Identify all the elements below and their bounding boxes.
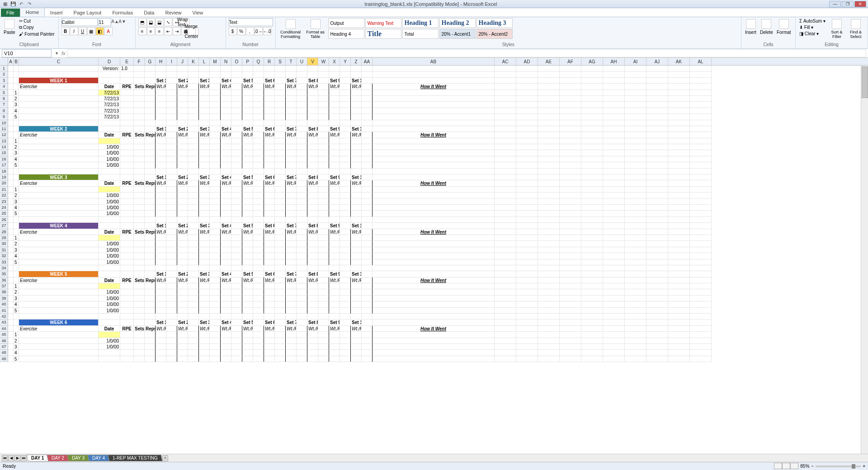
cell-H15[interactable] [156,150,166,156]
cell-AA5[interactable] [362,90,373,96]
cell-Y7[interactable] [340,102,351,108]
cell-J4[interactable]: Wt./Reps [177,84,188,89]
cell-H26[interactable] [156,217,166,223]
cell-K40[interactable] [188,301,199,307]
cell-H28[interactable]: Wt./Reps [156,229,166,235]
cell-T33[interactable] [286,259,297,265]
cell-AH47[interactable] [603,344,625,350]
cell-F10[interactable] [134,120,145,126]
cell-Y8[interactable] [340,108,351,114]
cell-G13[interactable] [145,138,156,144]
cell-W13[interactable] [318,138,329,144]
cell-L19[interactable]: Set 3 [199,174,210,180]
cell-AA2[interactable] [362,71,373,77]
cell-AH18[interactable] [603,169,625,174]
cell-U18[interactable] [297,169,307,174]
cell-R34[interactable] [264,265,275,271]
cell-AA8[interactable] [362,108,373,114]
cell-AJ32[interactable] [646,253,668,259]
cell-K1[interactable] [188,66,199,71]
cell-AD21[interactable] [516,187,538,193]
cell-AB38[interactable] [373,289,495,295]
cell-O22[interactable] [231,193,242,198]
cell-M34[interactable] [210,265,221,271]
cell-AK46[interactable] [668,338,690,344]
cell-U31[interactable] [297,247,307,253]
cell-AH38[interactable] [603,289,625,295]
cell-G30[interactable] [145,241,156,247]
cell-N20[interactable]: Wt./Reps [221,180,231,186]
cell-P36[interactable]: Wt./Reps [242,277,253,283]
formula-bar[interactable] [67,49,866,57]
cell-B27[interactable] [14,223,19,229]
row-header-17[interactable]: 17 [0,162,8,168]
cell-R5[interactable] [264,90,275,96]
cell-J26[interactable] [177,217,188,223]
cell-J24[interactable] [177,205,188,211]
cell-AA22[interactable] [362,193,373,198]
cell-O26[interactable] [231,217,242,223]
cell-R31[interactable] [264,247,275,253]
font-color-button[interactable]: A [104,27,113,35]
cell-N2[interactable] [221,71,231,77]
cell-AA17[interactable] [362,162,373,168]
column-header-X[interactable]: X [329,58,340,65]
cell-A1[interactable] [8,66,14,71]
cell-H1[interactable] [156,66,166,71]
cell-AJ36[interactable] [646,277,668,283]
cell-AL14[interactable] [690,144,712,150]
cell-I3[interactable] [166,78,177,84]
cell-AI31[interactable] [625,247,646,253]
cell-F11[interactable] [134,126,145,132]
cell-N23[interactable] [221,199,231,205]
column-header-AC[interactable]: AC [495,58,516,65]
cell-A32[interactable] [8,253,14,259]
cell-R13[interactable] [264,138,275,144]
cell-N37[interactable] [221,283,231,289]
cell-AA23[interactable] [362,199,373,205]
cell-AK44[interactable] [668,326,690,332]
cell-AK45[interactable] [668,332,690,338]
cell-V17[interactable] [307,162,318,168]
cell-T7[interactable] [286,102,297,108]
cell-W14[interactable] [318,144,329,150]
cell-G48[interactable] [145,350,156,356]
cell-R12[interactable]: Wt./Reps [264,132,275,138]
cell-D14[interactable]: 1/0/00 [99,144,120,150]
row-header-25[interactable]: 25 [0,211,8,216]
cell-Q13[interactable] [253,138,264,144]
cell-R16[interactable] [264,156,275,162]
cell-AG24[interactable] [581,205,603,211]
cell-K6[interactable] [188,96,199,102]
tab-nav-last[interactable]: ⏭ [21,455,27,461]
cell-I22[interactable] [166,193,177,198]
cell-AB46[interactable] [373,338,495,344]
cell-R39[interactable] [264,296,275,301]
cell-AG47[interactable] [581,344,603,350]
cell-R9[interactable] [264,114,275,120]
view-buttons[interactable] [774,463,798,470]
cell-J20[interactable]: Wt./Reps [177,180,188,186]
cell-AG38[interactable] [581,289,603,295]
cell-J49[interactable] [177,356,188,362]
cell-T43[interactable]: Set 7 [286,320,297,325]
cell-AD25[interactable] [516,211,538,216]
cell-C40[interactable] [19,301,99,307]
column-header-AG[interactable]: AG [581,58,603,65]
cell-AF39[interactable] [560,296,581,301]
cell-AF1[interactable] [560,66,581,71]
cell-M39[interactable] [210,296,221,301]
cell-Y26[interactable] [340,217,351,223]
cell-C49[interactable] [19,356,99,362]
cell-AF5[interactable] [560,90,581,96]
cell-U16[interactable] [297,156,307,162]
cell-C4[interactable]: Exercise [19,84,99,89]
cell-AK5[interactable] [668,90,690,96]
cell-Y5[interactable] [340,90,351,96]
cell-AG16[interactable] [581,156,603,162]
cell-AI27[interactable] [625,223,646,229]
cell-AL6[interactable] [690,96,712,102]
cell-R47[interactable] [264,344,275,350]
cell-F4[interactable]: Sets [134,84,145,89]
cell-AG23[interactable] [581,199,603,205]
